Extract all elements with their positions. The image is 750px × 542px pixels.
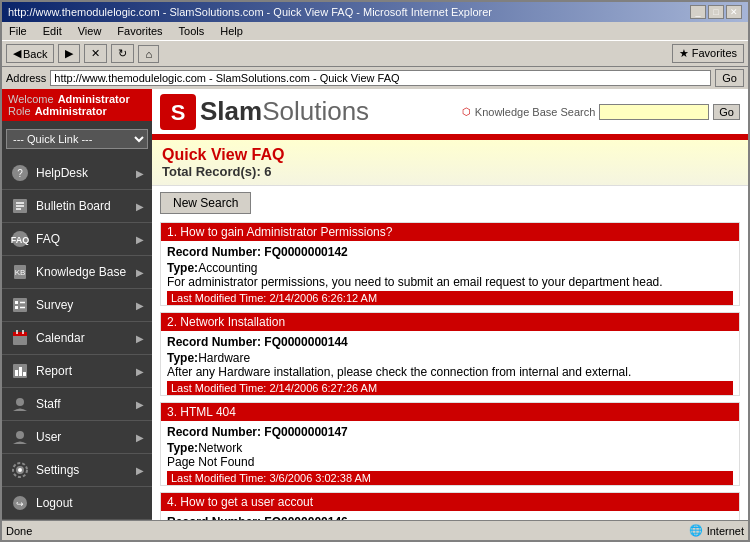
title-bar: http://www.themodulelogic.com - SlamSolu… xyxy=(2,2,748,22)
staff-arrow: ▶ xyxy=(136,399,144,410)
page-title: Quick View FAQ xyxy=(162,146,738,164)
menu-tools[interactable]: Tools xyxy=(176,24,208,38)
back-button[interactable]: ◀ Back xyxy=(6,44,54,63)
faq-record-4: Record Number: FQ0000000146 xyxy=(167,515,733,520)
faq-type-value-1: Accounting xyxy=(198,261,257,275)
kb-go-button[interactable]: Go xyxy=(713,104,740,120)
address-label: Address xyxy=(6,72,46,84)
survey-arrow: ▶ xyxy=(136,300,144,311)
faq-title-2[interactable]: 2. Network Installation xyxy=(161,313,739,331)
faq-title-3[interactable]: 3. HTML 404 xyxy=(161,403,739,421)
role-label: Role xyxy=(8,105,31,117)
faq-type-label-2: Type: xyxy=(167,351,198,365)
sidebar-item-knowledge[interactable]: KB Knowledge Base ▶ xyxy=(2,256,152,289)
knowledge-icon: KB xyxy=(10,262,30,282)
minimize-button[interactable]: _ xyxy=(690,5,706,19)
sidebar-item-survey[interactable]: Survey ▶ xyxy=(2,289,152,322)
sidebar-item-user[interactable]: User ▶ xyxy=(2,421,152,454)
forward-button[interactable]: ▶ xyxy=(58,44,80,63)
user-icon xyxy=(10,427,30,447)
sidebar-welcome: Welcome Administrator xyxy=(8,93,146,105)
svg-rect-21 xyxy=(19,367,22,376)
faq-record-3: Record Number: FQ0000000147 xyxy=(167,425,733,439)
maximize-button[interactable]: □ xyxy=(708,5,724,19)
menu-favorites[interactable]: Favorites xyxy=(114,24,165,38)
faq-item-1: 1. How to gain Administrator Permissions… xyxy=(160,222,740,306)
logo-solutions: Solutions xyxy=(262,96,369,127)
faq-title-1[interactable]: 1. How to gain Administrator Permissions… xyxy=(161,223,739,241)
svg-rect-11 xyxy=(15,301,18,304)
logo-slam: Slam xyxy=(200,96,262,127)
svg-rect-16 xyxy=(13,332,27,336)
kb-search-input[interactable] xyxy=(599,104,709,120)
sidebar-item-report-label: Report xyxy=(36,364,72,378)
address-input[interactable] xyxy=(50,70,711,86)
sidebar-role: Role Administrator xyxy=(8,105,146,117)
quick-link-select[interactable]: --- Quick Link --- xyxy=(6,129,148,149)
helpdesk-icon: ? xyxy=(10,163,30,183)
faq-modified-2: Last Modified Time: 2/14/2006 6:27:26 AM xyxy=(167,381,733,395)
bulletin-arrow: ▶ xyxy=(136,201,144,212)
browser-window: http://www.themodulelogic.com - SlamSolu… xyxy=(0,0,750,542)
sidebar-item-logout[interactable]: ↪ Logout xyxy=(2,487,152,520)
zone-area: 🌐 Internet xyxy=(689,524,744,537)
sidebar-nav: ? HelpDesk ▶ Bulletin Board ▶ FAQ xyxy=(2,157,152,520)
sidebar-item-bulletin-label: Bulletin Board xyxy=(36,199,111,213)
close-button[interactable]: ✕ xyxy=(726,5,742,19)
knowledge-arrow: ▶ xyxy=(136,267,144,278)
sidebar-item-helpdesk[interactable]: ? HelpDesk ▶ xyxy=(2,157,152,190)
welcome-label: Welcome xyxy=(8,93,54,105)
go-button[interactable]: Go xyxy=(715,69,744,87)
sidebar-item-faq[interactable]: FAQ FAQ ▶ xyxy=(2,223,152,256)
sidebar-item-report[interactable]: Report ▶ xyxy=(2,355,152,388)
new-search-button[interactable]: New Search xyxy=(160,192,251,214)
menu-view[interactable]: View xyxy=(75,24,105,38)
faq-type-3: Type:Network xyxy=(167,441,733,455)
sidebar-item-helpdesk-label: HelpDesk xyxy=(36,166,88,180)
sidebar: Welcome Administrator Role Administrator… xyxy=(2,89,152,520)
menu-help[interactable]: Help xyxy=(217,24,246,38)
page-header: Quick View FAQ Total Record(s): 6 xyxy=(152,140,748,186)
kb-search-label: Knowledge Base Search xyxy=(475,106,595,118)
home-button[interactable]: ⌂ xyxy=(138,45,159,63)
svg-rect-22 xyxy=(23,372,26,376)
faq-body-1: Record Number: FQ0000000142 Type:Account… xyxy=(161,241,739,305)
content-area: New Search 1. How to gain Administrator … xyxy=(152,186,748,520)
status-bar: Done 🌐 Internet xyxy=(2,520,748,540)
faq-title-4[interactable]: 4. How to get a user accout xyxy=(161,493,739,511)
faq-item-2: 2. Network Installation Record Number: F… xyxy=(160,312,740,396)
svg-rect-20 xyxy=(15,370,18,376)
logo-icon: S xyxy=(160,94,196,130)
faq-record-2: Record Number: FQ0000000144 xyxy=(167,335,733,349)
settings-icon xyxy=(10,460,30,480)
status-text: Done xyxy=(6,525,32,537)
sidebar-item-settings[interactable]: Settings ▶ xyxy=(2,454,152,487)
faq-icon: FAQ xyxy=(10,229,30,249)
svg-point-23 xyxy=(16,398,24,406)
svg-text:S: S xyxy=(171,100,186,125)
menu-edit[interactable]: Edit xyxy=(40,24,65,38)
settings-arrow: ▶ xyxy=(136,465,144,476)
stop-button[interactable]: ✕ xyxy=(84,44,107,63)
menu-file[interactable]: File xyxy=(6,24,30,38)
menu-bar: File Edit View Favorites Tools Help xyxy=(2,22,748,40)
faq-type-value-2: Hardware xyxy=(198,351,250,365)
staff-icon xyxy=(10,394,30,414)
site-header: S Slam Solutions ⬡ Knowledge Base Search… xyxy=(152,89,748,137)
svg-text:KB: KB xyxy=(15,268,26,277)
faq-type-1: Type:Accounting xyxy=(167,261,733,275)
svg-point-25 xyxy=(17,467,23,473)
total-records: Total Record(s): 6 xyxy=(162,164,738,179)
sidebar-top: Welcome Administrator Role Administrator xyxy=(2,89,152,121)
faq-item-3: 3. HTML 404 Record Number: FQ0000000147 … xyxy=(160,402,740,486)
sidebar-item-bulletin[interactable]: Bulletin Board ▶ xyxy=(2,190,152,223)
sidebar-item-calendar-label: Calendar xyxy=(36,331,85,345)
refresh-button[interactable]: ↻ xyxy=(111,44,134,63)
faq-body-3: Record Number: FQ0000000147 Type:Network… xyxy=(161,421,739,485)
sidebar-item-staff[interactable]: Staff ▶ xyxy=(2,388,152,421)
sidebar-item-calendar[interactable]: Calendar ▶ xyxy=(2,322,152,355)
favorites-button[interactable]: ★ Favorites xyxy=(672,44,744,63)
faq-modified-1: Last Modified Time: 2/14/2006 6:26:12 AM xyxy=(167,291,733,305)
toolbar: ◀ Back ▶ ✕ ↻ ⌂ ★ Favorites xyxy=(2,40,748,67)
calendar-arrow: ▶ xyxy=(136,333,144,344)
